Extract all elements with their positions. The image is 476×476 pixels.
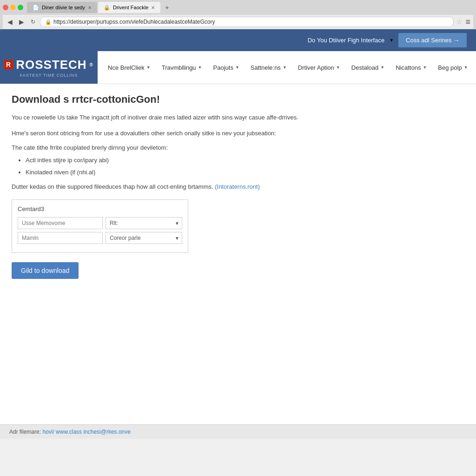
form-title: Cemtard3 <box>18 205 182 212</box>
dot-yellow[interactable] <box>10 5 16 10</box>
nav-dropdown-1: ▼ <box>198 65 202 70</box>
nav-item-1[interactable]: Travmbllingu ▼ <box>156 54 208 81</box>
section-intro: The cate tithe frrite couplated brerly d… <box>12 144 435 151</box>
tab2-label: Drivent Faockle <box>113 5 148 10</box>
dot-green[interactable] <box>18 5 23 10</box>
top-nav-bar: Do You Dtiiver Figh Interface ▼ Coss adl… <box>0 29 476 51</box>
page-description-2: Hme's seron tiont otricing from for use … <box>12 129 435 138</box>
nav-dropdown-0: ▼ <box>146 65 151 70</box>
nav-label-2: Paojuts <box>213 64 233 71</box>
role-select[interactable]: Rlt: <box>106 217 182 229</box>
main-nav: Nce BrelCliek ▼ Travmbllingu ▼ Paojuts ▼… <box>98 54 476 81</box>
browser-chrome: 📄 Diner diivie te sedy ✕ 🔒 Drivent Faock… <box>0 0 476 29</box>
nav-dropdown-4: ▼ <box>336 65 340 70</box>
nav-label-3: Sattnele:ns <box>251 64 281 71</box>
address-bar: ◀ ▶ ↻ 🔒 https://detisurper/purtupss.com/… <box>3 15 473 29</box>
page-title: Download s rrtcr-cottonicGon! <box>12 93 435 106</box>
nav-label-7: Beg polp <box>438 64 462 71</box>
further-link[interactable]: (Intoraterns.ront) <box>215 183 260 190</box>
tab1-label: Diner diivie te sedy <box>42 5 85 10</box>
role-select-wrapper: Rlt: ▼ <box>106 217 182 229</box>
new-tab-button[interactable]: + <box>161 2 172 13</box>
browser-dots <box>3 5 23 10</box>
bullet-list: Actl intles stijre ip cor/ipary abi) Kin… <box>26 156 435 177</box>
forward-button[interactable]: ▶ <box>17 17 26 26</box>
page-content: Download s rrtcr-cottonicGon! You ce row… <box>0 84 446 288</box>
driver-interface-text: Do You Dtiiver Figh Interface <box>308 37 384 44</box>
career-select[interactable]: Coreor parle <box>106 232 182 244</box>
nav-label-6: Nicattons <box>396 64 421 71</box>
browser-tab-1[interactable]: 📄 Diner diivie te sedy ✕ <box>27 2 97 13</box>
dot-red[interactable] <box>3 5 8 10</box>
nav-item-2[interactable]: Paojuts ▼ <box>208 54 245 81</box>
form-row-1: Rlt: ▼ <box>18 217 182 229</box>
nav-dropdown-2: ▼ <box>235 65 239 70</box>
url-text: https://detisurper/purtupss.com/vlefeDuh… <box>53 19 449 25</box>
nav-label-0: Nce BrelCliek <box>108 64 145 71</box>
tab2-close[interactable]: ✕ <box>151 5 155 10</box>
nav-item-0[interactable]: Nce BrelCliek ▼ <box>102 54 156 81</box>
site-footer: Adr filemare: hovl/ www.class inchesi@rk… <box>0 424 476 439</box>
tab1-favicon: 📄 <box>33 5 39 11</box>
nav-label-5: Destaload <box>351 64 379 71</box>
bullet-item-0: Actl intles stijre ip cor/ipary abi) <box>26 156 435 165</box>
browser-titlebar: 📄 Diner diivie te sedy ✕ 🔒 Drivent Faock… <box>3 2 473 13</box>
module-input[interactable] <box>18 232 103 244</box>
nav-item-6[interactable]: Nicattons ▼ <box>390 54 432 81</box>
nav-dropdown-7: ▼ <box>464 65 468 70</box>
brand-name: ROSSTECH <box>16 58 86 72</box>
back-button[interactable]: ◀ <box>6 17 14 26</box>
bookmark-button[interactable]: ☆ <box>456 18 463 26</box>
nav-label-4: Drtiver Aption <box>298 64 334 71</box>
browser-tabs: 📄 Diner diivie te sedy ✕ 🔒 Drivent Faock… <box>27 2 173 13</box>
nav-label-1: Travmbllingu <box>162 64 196 71</box>
footer-link[interactable]: hovl/ www.class inchesi@rkes.onve <box>42 429 131 435</box>
further-info: Dutter kedas on thie suppored fileeduces… <box>12 183 435 190</box>
tab2-favicon: 🔒 <box>104 5 110 11</box>
tab1-close[interactable]: ✕ <box>88 5 92 10</box>
bullet-item-1: Kinoladed niven (if (nhi.al) <box>26 168 435 177</box>
download-button[interactable]: Gild to download <box>12 262 79 279</box>
page-description-1: You ce roweletle Us take The ingactt jof… <box>12 113 435 122</box>
logo-nav-bar: R ROSSTECH ® fastest time Collins Nce Br… <box>0 51 476 84</box>
username-input[interactable] <box>18 217 103 229</box>
career-select-wrapper: Coreor parle ▼ <box>106 232 182 244</box>
nav-item-5[interactable]: Destaload ▼ <box>346 54 390 81</box>
driver-dropdown-arrow[interactable]: ▼ <box>389 38 394 43</box>
nav-dropdown-3: ▼ <box>283 65 287 70</box>
logo-tagline: fastest time Collins <box>20 73 78 78</box>
nav-item-4[interactable]: Drtiver Aption ▼ <box>292 54 346 81</box>
form-box: Cemtard3 Rlt: ▼ Coreor parle ▼ <box>12 199 188 253</box>
nav-item-3[interactable]: Sattnele:ns ▼ <box>245 54 292 81</box>
nav-dropdown-5: ▼ <box>380 65 384 70</box>
logo-text: R ROSSTECH ® <box>4 58 93 72</box>
url-bar[interactable]: 🔒 https://detisurper/purtupss.com/vlefeD… <box>40 17 454 27</box>
site-wrapper: Do You Dtiiver Figh Interface ▼ Coss adl… <box>0 29 476 424</box>
lock-icon: 🔒 <box>45 19 52 25</box>
logo-icon: R <box>4 60 13 69</box>
nav-dropdown-6: ▼ <box>423 65 427 70</box>
browser-tab-2[interactable]: 🔒 Drivent Faockle ✕ <box>98 2 160 13</box>
form-row-2: Coreor parle ▼ <box>18 232 182 244</box>
trademark-symbol: ® <box>90 62 93 67</box>
refresh-button[interactable]: ↻ <box>29 18 37 26</box>
further-text: Dutter kedas on thie suppored fileeduces… <box>12 183 213 190</box>
footer-prefix: Adr filemare: <box>9 429 41 435</box>
nav-item-7[interactable]: Beg polp ▼ <box>432 54 473 81</box>
menu-button[interactable]: ≡ <box>465 17 470 27</box>
access-button[interactable]: Coss adl Serines → <box>398 33 467 47</box>
logo-area: R ROSSTECH ® fastest time Collins <box>0 51 98 84</box>
